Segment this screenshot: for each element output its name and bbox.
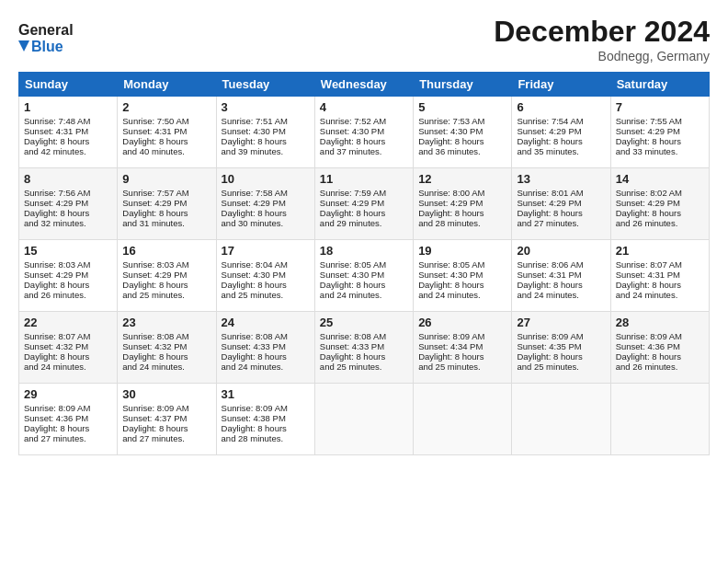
day-number: 9 [122,172,210,186]
sunrise-text: Sunrise: 7:48 AM [24,116,112,126]
sunset-text: Sunset: 4:31 PM [616,270,704,280]
calendar-cell: 22Sunrise: 8:07 AMSunset: 4:32 PMDayligh… [19,312,118,384]
sunrise-text: Sunrise: 8:09 AM [517,331,605,341]
day-number: 30 [122,387,210,401]
calendar-cell [512,384,610,455]
day-number: 2 [122,100,210,114]
sunrise-text: Sunrise: 7:51 AM [222,116,310,126]
daylight-text: Daylight: 8 hours and 26 minutes. [24,280,112,300]
day-number: 15 [24,244,112,258]
sunrise-text: Sunrise: 8:03 AM [122,259,210,270]
day-number: 7 [616,100,704,114]
calendar-cell: 23Sunrise: 8:08 AMSunset: 4:32 PMDayligh… [118,312,216,384]
daylight-text: Daylight: 8 hours and 25 minutes. [418,351,506,372]
sunrise-text: Sunrise: 8:08 AM [122,331,210,341]
daylight-text: Daylight: 8 hours and 25 minutes. [122,280,210,300]
sunrise-text: Sunrise: 8:09 AM [222,403,310,413]
day-number: 24 [222,316,310,329]
daylight-text: Daylight: 8 hours and 26 minutes. [616,351,704,372]
daylight-text: Daylight: 8 hours and 24 minutes. [222,351,310,372]
daylight-text: Daylight: 8 hours and 27 minutes. [517,208,605,228]
sunrise-text: Sunrise: 7:58 AM [222,188,310,198]
calendar-cell: 18Sunrise: 8:05 AMSunset: 4:30 PMDayligh… [314,240,413,312]
day-number: 6 [517,100,605,114]
calendar-cell [414,384,512,455]
header-row: Sunday Monday Tuesday Wednesday Thursday… [19,73,710,97]
sunrise-text: Sunrise: 8:09 AM [418,331,506,341]
daylight-text: Daylight: 8 hours and 40 minutes. [122,136,210,156]
calendar-cell: 28Sunrise: 8:09 AMSunset: 4:36 PMDayligh… [610,312,709,384]
sunrise-text: Sunrise: 8:08 AM [222,331,310,341]
day-number: 19 [418,244,506,258]
daylight-text: Daylight: 8 hours and 29 minutes. [320,208,408,228]
sunrise-text: Sunrise: 8:01 AM [517,188,605,198]
calendar-cell: 10Sunrise: 7:58 AMSunset: 4:29 PMDayligh… [216,168,314,240]
calendar-cell: 20Sunrise: 8:06 AMSunset: 4:31 PMDayligh… [512,240,610,312]
sunset-text: Sunset: 4:37 PM [122,413,210,423]
sunset-text: Sunset: 4:29 PM [517,126,605,136]
sunrise-text: Sunrise: 8:06 AM [517,259,605,270]
day-number: 27 [517,316,605,329]
sunrise-text: Sunrise: 7:53 AM [418,116,506,126]
sunset-text: Sunset: 4:34 PM [418,341,506,351]
calendar-cell: 27Sunrise: 8:09 AMSunset: 4:35 PMDayligh… [512,312,610,384]
calendar-cell: 19Sunrise: 8:05 AMSunset: 4:30 PMDayligh… [414,240,512,312]
calendar-cell: 1Sunrise: 7:48 AMSunset: 4:31 PMDaylight… [19,97,118,168]
daylight-text: Daylight: 8 hours and 32 minutes. [24,208,112,228]
day-number: 20 [517,244,605,258]
month-title: December 2024 [494,15,710,49]
col-saturday: Saturday [610,73,709,97]
sunrise-text: Sunrise: 7:56 AM [24,188,112,198]
day-number: 29 [24,387,112,401]
calendar-cell: 25Sunrise: 8:08 AMSunset: 4:33 PMDayligh… [314,312,413,384]
sunrise-text: Sunrise: 8:02 AM [616,188,704,198]
sunset-text: Sunset: 4:32 PM [122,341,210,351]
sunset-text: Sunset: 4:38 PM [222,413,310,423]
calendar-cell: 3Sunrise: 7:51 AMSunset: 4:30 PMDaylight… [216,97,314,168]
sunset-text: Sunset: 4:29 PM [24,198,112,208]
sunset-text: Sunset: 4:29 PM [24,270,112,280]
daylight-text: Daylight: 8 hours and 24 minutes. [24,351,112,372]
sunset-text: Sunset: 4:33 PM [222,341,310,351]
sunrise-text: Sunrise: 7:57 AM [122,188,210,198]
sunrise-text: Sunrise: 7:50 AM [122,116,210,126]
sunrise-text: Sunrise: 8:07 AM [24,331,112,341]
daylight-text: Daylight: 8 hours and 35 minutes. [517,136,605,156]
daylight-text: Daylight: 8 hours and 27 minutes. [122,423,210,443]
calendar-cell: 21Sunrise: 8:07 AMSunset: 4:31 PMDayligh… [610,240,709,312]
calendar-cell: 7Sunrise: 7:55 AMSunset: 4:29 PMDaylight… [610,97,709,168]
daylight-text: Daylight: 8 hours and 28 minutes. [418,208,506,228]
sunset-text: Sunset: 4:29 PM [616,198,704,208]
day-number: 25 [320,316,408,329]
sunset-text: Sunset: 4:30 PM [418,126,506,136]
sunset-text: Sunset: 4:29 PM [418,198,506,208]
daylight-text: Daylight: 8 hours and 24 minutes. [122,351,210,372]
day-number: 4 [320,100,408,114]
sunset-text: Sunset: 4:31 PM [122,126,210,136]
sunrise-text: Sunrise: 8:08 AM [320,331,408,341]
sunrise-text: Sunrise: 7:55 AM [616,116,704,126]
location: Bodnegg, Germany [494,49,710,63]
daylight-text: Daylight: 8 hours and 37 minutes. [320,136,408,156]
daylight-text: Daylight: 8 hours and 24 minutes. [616,280,704,300]
daylight-text: Daylight: 8 hours and 25 minutes. [320,351,408,372]
sunrise-text: Sunrise: 8:05 AM [320,259,408,270]
col-thursday: Thursday [414,73,512,97]
day-number: 13 [517,172,605,186]
calendar-cell: 11Sunrise: 7:59 AMSunset: 4:29 PMDayligh… [314,168,413,240]
col-sunday: Sunday [19,73,118,97]
calendar-cell: 12Sunrise: 8:00 AMSunset: 4:29 PMDayligh… [414,168,512,240]
daylight-text: Daylight: 8 hours and 28 minutes. [222,423,310,443]
sunrise-text: Sunrise: 7:54 AM [517,116,605,126]
title-block: December 2024 Bodnegg, Germany [494,15,710,63]
calendar-cell [314,384,413,455]
day-number: 31 [222,387,310,401]
calendar-week-2: 8Sunrise: 7:56 AMSunset: 4:29 PMDaylight… [19,168,710,240]
sunset-text: Sunset: 4:29 PM [222,198,310,208]
svg-marker-1 [18,40,29,52]
day-number: 23 [122,316,210,329]
sunset-text: Sunset: 4:30 PM [222,270,310,280]
daylight-text: Daylight: 8 hours and 26 minutes. [616,208,704,228]
page-container: General Blue December 2024 Bodnegg, Germ… [0,0,728,465]
day-number: 12 [418,172,506,186]
